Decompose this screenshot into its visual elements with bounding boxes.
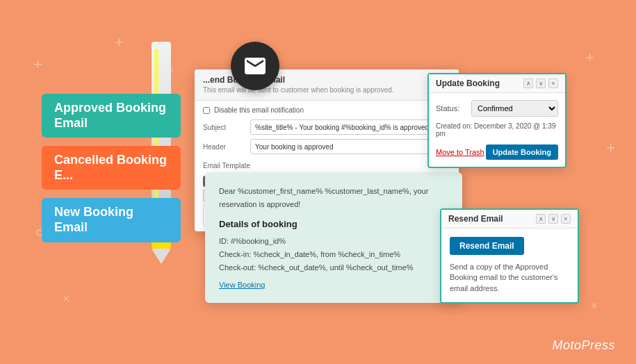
booking-intro-text: Dear %customer_first_name% %customer_las… [219, 185, 448, 210]
resend-panel-body: Resend Email Send a copy of the Approved… [441, 229, 578, 302]
resend-email-panel: Resend Email ∧ ∨ × Resend Email Send a c… [440, 208, 579, 304]
update-booking-button[interactable]: Update Booking [486, 144, 558, 160]
resend-panel-down-btn[interactable]: ∨ [548, 214, 558, 224]
header-input[interactable] [250, 139, 450, 154]
resend-panel-up-btn[interactable]: ∧ [536, 214, 546, 224]
deco-x-1: × [63, 292, 70, 306]
update-panel-header: Update Booking ∧ ∨ × [429, 74, 565, 93]
new-booking-label: New Booking Email [42, 198, 181, 242]
disable-notification-row: Disable this email notification [203, 106, 450, 114]
update-panel-title: Update Booking [436, 78, 500, 88]
resend-email-button[interactable]: Resend Email [450, 237, 524, 255]
move-to-trash-link[interactable]: Move to Trash [436, 148, 484, 156]
email-panel-subtitle: This email will be sent to customer when… [203, 86, 394, 94]
header-row: Header [203, 139, 450, 154]
deco-plus-1: + [33, 56, 42, 74]
disable-notification-checkbox[interactable] [203, 107, 210, 114]
resend-panel-title: Resend Email [448, 214, 503, 224]
status-label: Status: [436, 104, 467, 113]
email-template-label: Email Template [203, 162, 250, 169]
resend-panel-close-btn[interactable]: × [561, 214, 571, 224]
booking-details-heading: Details of booking [219, 219, 448, 229]
email-icon-circle [231, 42, 279, 90]
checkin-line: Check-in: %check_in_date%, from %check_i… [219, 250, 400, 258]
label-cards: Approved Booking Email Cancelled Booking… [42, 94, 181, 242]
deco-x-2: × [590, 299, 598, 313]
disable-notification-label: Disable this email notification [214, 106, 304, 114]
update-panel-up-btn[interactable]: ∧ [523, 78, 533, 88]
status-field-row: Status: Confirmed [436, 100, 558, 117]
cancelled-booking-label: Cancelled Booking E... [42, 146, 181, 190]
update-booking-panel: Update Booking ∧ ∨ × Status: Confirmed C… [427, 73, 566, 168]
deco-plus-3: + [585, 49, 594, 67]
status-select[interactable]: Confirmed [471, 100, 558, 117]
update-panel-close-btn[interactable]: × [548, 78, 558, 88]
booking-details-lines: ID: #%booking_id% Check-in: %check_in_da… [219, 235, 448, 274]
deco-plus-2: + [115, 33, 124, 51]
created-text: Created on: December 3, 2020 @ 1:39 pm [436, 122, 558, 138]
subject-label: Subject [203, 124, 245, 131]
update-panel-down-btn[interactable]: ∨ [536, 78, 546, 88]
booking-content-card: Dear %customer_first_name% %customer_las… [205, 172, 462, 303]
update-action-row: Move to Trash Update Booking [436, 144, 558, 160]
update-panel-body: Status: Confirmed Created on: December 3… [429, 93, 565, 167]
approved-booking-label: Approved Booking Email [42, 94, 181, 138]
email-icon [243, 53, 268, 78]
deco-plus-4: + [606, 139, 615, 157]
view-booking-link[interactable]: View Booking [219, 281, 265, 289]
resend-panel-header: Resend Email ∧ ∨ × [441, 210, 578, 229]
motopress-logo: MotoPress [552, 338, 615, 353]
booking-id-line: ID: #%booking_id% [219, 237, 286, 245]
checkout-line: Check-out: %check_out_date%, until %chec… [219, 263, 413, 272]
subject-input[interactable] [250, 119, 450, 135]
subject-row: Subject [203, 119, 450, 135]
resend-description: Send a copy of the Approved Booking emai… [450, 262, 569, 294]
update-panel-controls: ∧ ∨ × [523, 78, 558, 88]
header-label: Header [203, 143, 245, 151]
resend-panel-controls: ∧ ∨ × [536, 214, 571, 224]
